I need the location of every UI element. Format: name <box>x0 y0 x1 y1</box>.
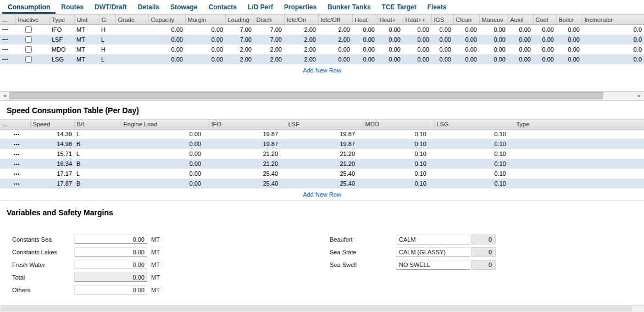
cell-boiler[interactable]: 0.00 <box>556 25 582 35</box>
cell-lsf[interactable]: 21.20 <box>286 149 363 159</box>
cell-capacity[interactable]: 0.00 <box>148 25 185 35</box>
row-menu-button[interactable]: ••• <box>0 35 15 44</box>
cell-lsg[interactable]: 0.10 <box>434 169 514 179</box>
cell-grade[interactable] <box>115 35 148 44</box>
cell-idle-off[interactable]: 0.00 <box>318 54 352 64</box>
cell-heat-plus-plus[interactable]: 0.00 <box>403 44 431 54</box>
row-menu-button[interactable]: ••• <box>0 179 30 188</box>
cell-lsf[interactable]: 25.40 <box>286 169 363 179</box>
add-new-row-link[interactable]: Add New Row <box>303 191 341 198</box>
cell-cool[interactable]: 0.00 <box>533 25 556 35</box>
cell-idle-on[interactable]: 2.00 <box>284 44 318 54</box>
cell-mdo[interactable]: 0.10 <box>363 159 434 169</box>
cell-unit[interactable]: MT <box>74 35 99 44</box>
cell-capacity[interactable]: 0.00 <box>148 35 185 44</box>
cell-engine-load[interactable]: 0.00 <box>121 129 209 139</box>
cell-heat-plus-plus[interactable]: 0.00 <box>403 35 431 44</box>
cell-disch[interactable]: 7.00 <box>254 35 284 44</box>
cell-type[interactable]: MDO <box>49 44 74 54</box>
scrollbar-thumb[interactable] <box>9 92 603 99</box>
cell-heat-plus-plus[interactable]: 0.00 <box>403 25 431 35</box>
cell-capacity[interactable]: 0.00 <box>148 54 185 64</box>
cell-grade[interactable] <box>115 54 148 64</box>
cell-clean[interactable]: 0.00 <box>453 54 479 64</box>
cell-lsg[interactable]: 0.10 <box>434 159 514 169</box>
cell-loading[interactable]: 7.00 <box>225 35 254 44</box>
bottom-scrollbar[interactable] <box>0 305 644 312</box>
cell-unit[interactable]: MT <box>74 54 99 64</box>
cell-lsg[interactable]: 0.10 <box>434 129 514 139</box>
cell-bl[interactable]: B <box>74 159 121 169</box>
cell-idle-off[interactable]: 0.00 <box>318 44 352 54</box>
tab-routes[interactable]: Routes <box>55 1 89 14</box>
cell-mdo[interactable]: 0.10 <box>363 169 434 179</box>
cell-boiler[interactable]: 0.00 <box>556 44 582 54</box>
cell-mdo[interactable]: 0.10 <box>363 149 434 159</box>
tab-stowage[interactable]: Stowage <box>165 1 203 14</box>
cell-speed[interactable]: 14.39 <box>30 129 74 139</box>
cell-bl[interactable]: B <box>74 179 121 188</box>
inactive-checkbox[interactable] <box>25 36 32 43</box>
sea-swell-select[interactable]: NO SWELL <box>396 260 470 270</box>
cell-type[interactable] <box>514 129 644 139</box>
cell-unit[interactable]: MT <box>74 44 99 54</box>
cell-speed[interactable]: 16.34 <box>30 159 74 169</box>
cell-cool[interactable]: 0.00 <box>533 44 556 54</box>
cell-auxil[interactable]: 0.00 <box>508 44 533 54</box>
cell-boiler[interactable]: 0.00 <box>556 35 582 44</box>
cell-maneuv[interactable]: 0.00 <box>479 25 508 35</box>
cell-ifo[interactable]: 25.40 <box>209 169 286 179</box>
row-menu-button[interactable]: ••• <box>0 139 30 149</box>
cell-incinerator[interactable]: 0.0 <box>582 35 644 44</box>
row-menu-button[interactable]: ••• <box>0 54 15 64</box>
cell-incinerator[interactable]: 0.0 <box>582 54 644 64</box>
cell-heat[interactable]: 0.00 <box>352 44 377 54</box>
cell-type[interactable] <box>514 159 644 169</box>
cell-mdo[interactable]: 0.10 <box>363 129 434 139</box>
cell-g[interactable]: L <box>99 35 115 44</box>
cell-auxil[interactable]: 0.00 <box>508 25 533 35</box>
cell-heat-plus[interactable]: 0.00 <box>377 54 403 64</box>
cell-lsf[interactable]: 19.87 <box>286 139 363 149</box>
cell-ifo[interactable]: 21.20 <box>209 159 286 169</box>
cell-heat-plus-plus[interactable]: 0.00 <box>403 54 431 64</box>
cell-mdo[interactable]: 0.10 <box>363 179 434 188</box>
cell-engine-load[interactable]: 0.00 <box>121 149 209 159</box>
cell-speed[interactable]: 14.98 <box>30 139 74 149</box>
cell-disch[interactable]: 7.00 <box>254 25 284 35</box>
cell-bl[interactable]: L <box>74 169 121 179</box>
tab-tce-target[interactable]: TCE Target <box>376 1 422 14</box>
cell-grade[interactable] <box>115 44 148 54</box>
cell-margin[interactable]: 0.00 <box>185 54 225 64</box>
bottom-scrollbar-thumb[interactable] <box>1 307 632 311</box>
cell-margin[interactable]: 0.00 <box>185 25 225 35</box>
tab-bunker-tanks[interactable]: Bunker Tanks <box>322 1 376 14</box>
row-menu-button[interactable]: ••• <box>0 129 30 139</box>
cell-lsf[interactable]: 25.40 <box>286 179 363 188</box>
cell-loading[interactable]: 2.00 <box>225 44 254 54</box>
cell-g[interactable]: H <box>99 25 115 35</box>
cell-unit[interactable]: MT <box>74 25 99 35</box>
cell-loading[interactable]: 2.00 <box>225 54 254 64</box>
cell-maneuv[interactable]: 0.00 <box>479 54 508 64</box>
cell-capacity[interactable]: 0.00 <box>148 44 185 54</box>
cell-type[interactable] <box>514 169 644 179</box>
cell-margin[interactable]: 0.00 <box>185 35 225 44</box>
cell-clean[interactable]: 0.00 <box>453 44 479 54</box>
cell-bl[interactable]: L <box>74 149 121 159</box>
inactive-checkbox[interactable] <box>25 26 32 33</box>
cell-lsf[interactable]: 21.20 <box>286 159 363 169</box>
others-field[interactable]: 0.00 <box>74 285 147 294</box>
cell-ifo[interactable]: 21.20 <box>209 149 286 159</box>
cell-engine-load[interactable]: 0.00 <box>121 159 209 169</box>
row-menu-button[interactable]: ••• <box>0 169 30 179</box>
add-new-row-link[interactable]: Add New Row <box>303 67 341 74</box>
cell-igs[interactable]: 0.00 <box>431 25 453 35</box>
cell-loading[interactable]: 7.00 <box>225 25 254 35</box>
cell-maneuv[interactable]: 0.00 <box>479 44 508 54</box>
tab-contacts[interactable]: Contacts <box>203 1 242 14</box>
cell-type[interactable] <box>514 179 644 188</box>
cell-bl[interactable]: L <box>74 129 121 139</box>
horizontal-scrollbar[interactable]: ◄ ► <box>0 91 644 101</box>
cell-idle-on[interactable]: 2.00 <box>284 25 318 35</box>
